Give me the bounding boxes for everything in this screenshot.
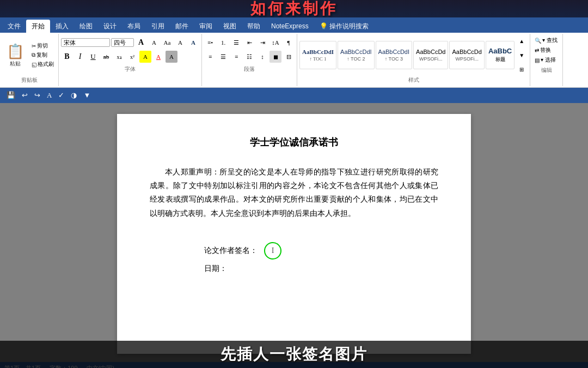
date-label: 日期： <box>204 264 227 274</box>
superscript-btn[interactable]: x² <box>126 51 138 63</box>
tab-mail[interactable]: 邮件 <box>170 20 194 33</box>
edit-group: 🔍 ▾ 查找 ⇄ 替换 ▤ ▾ 选择 编辑 <box>530 34 563 86</box>
style-toc3[interactable]: AaBbCcDdI ↑ TOC 3 <box>376 41 412 69</box>
subscript-btn[interactable]: x₂ <box>113 51 125 63</box>
paste-icon: 📋 <box>7 43 24 60</box>
qa-check-btn[interactable]: ✓ <box>56 90 66 101</box>
qa-view-btn[interactable]: ◑ <box>69 90 79 101</box>
font-size-select[interactable] <box>111 38 134 47</box>
align-left-btn[interactable]: ≡ <box>204 51 216 63</box>
show-marks-btn[interactable]: ¶ <box>283 37 295 49</box>
replace-btn[interactable]: ⇄ 替换 <box>532 46 560 55</box>
qa-redo-btn[interactable]: ↪ <box>32 90 42 101</box>
document-body[interactable]: 本人郑重声明：所呈交的论文是本人在导师的指导下独立进行研究所取得的研究成果。除了… <box>150 165 438 220</box>
qa-spell-btn[interactable]: A <box>45 90 54 101</box>
increase-indent-btn[interactable]: ⇥ <box>256 37 268 49</box>
bold-btn[interactable]: B <box>61 51 73 63</box>
video-title: 如何来制作 <box>250 0 338 17</box>
styles-more-btn[interactable]: ⊞ <box>516 63 528 75</box>
bullets-btn[interactable]: ≡• <box>204 37 216 49</box>
text-effect-btn[interactable]: A <box>187 37 199 49</box>
tab-noteexpress[interactable]: NoteExpress <box>266 20 314 33</box>
numbering-btn[interactable]: 1. <box>217 37 229 49</box>
style-aabbccddi-1[interactable]: AaBbCcDdI ↑ TOC 1 <box>299 41 336 69</box>
clear-format-btn[interactable]: A <box>174 37 186 49</box>
styles-scroll-btns: ▲ ▼ ⊞ <box>516 35 528 75</box>
font-color-btn[interactable]: A <box>152 51 164 63</box>
tab-design[interactable]: 设计 <box>98 20 122 33</box>
highlight-btn[interactable]: A <box>139 51 151 63</box>
copy-icon: ⧉ <box>32 52 35 58</box>
border-btn[interactable]: ⊟ <box>283 51 295 63</box>
shading-btn[interactable]: A <box>166 51 177 63</box>
font-name-select[interactable] <box>61 38 110 47</box>
quick-access-bar: 💾 ↩ ↪ A ✓ ◑ ▼ <box>0 88 588 103</box>
underline-btn[interactable]: U <box>87 51 99 63</box>
styles-down-btn[interactable]: ▼ <box>516 49 528 61</box>
font-row-bottom: B I U ab x₂ x² A A A <box>61 51 199 63</box>
paragraph-label: 段落 <box>204 64 295 74</box>
change-case-btn[interactable]: Aa <box>161 37 173 49</box>
style-heading[interactable]: AaBbC 标题 <box>486 41 514 69</box>
font-group: A A Aa A A B I U ab x₂ x² A A A <box>59 34 202 86</box>
lightbulb-icon: 💡 <box>320 22 328 30</box>
paste-button[interactable]: 📋 粘贴 <box>2 41 28 70</box>
copy-button[interactable]: ⧉ 复制 <box>29 51 56 59</box>
tab-ref[interactable]: 引用 <box>146 20 170 33</box>
tab-help[interactable]: 帮助 <box>242 20 266 33</box>
style-wpso2[interactable]: AaBbCcDd WPSOFi... <box>449 41 484 69</box>
clipboard-group: 📋 粘贴 ✂ 剪切 ⧉ 复制 ◱ 格式刷 <box>0 34 59 86</box>
style-toc2[interactable]: AaBbCcDdI ↑ TOC 2 <box>338 41 374 69</box>
signature-line: 论文作者签名： I <box>204 242 438 260</box>
tab-insert[interactable]: 插入 <box>50 20 74 33</box>
select-icon: ▤ <box>535 57 540 63</box>
style-wpso1[interactable]: AaBbCcDd WPSOFi... <box>413 41 448 69</box>
qa-save-btn[interactable]: 💾 <box>4 90 17 101</box>
replace-icon: ⇄ <box>535 47 539 53</box>
para-row1: ≡• 1. ☰ ⇤ ⇥ ↕A ¶ <box>204 37 295 49</box>
qa-more-btn[interactable]: ▼ <box>81 90 93 101</box>
multilevel-btn[interactable]: ☰ <box>230 37 242 49</box>
find-btn[interactable]: 🔍 ▾ 查找 <box>532 36 560 45</box>
decrease-indent-btn[interactable]: ⇤ <box>243 37 255 49</box>
find-icon: 🔍 <box>535 38 541 44</box>
cut-button[interactable]: ✂ 剪切 <box>29 41 56 50</box>
tab-search-tips[interactable]: 💡操作说明搜索 <box>314 20 374 33</box>
cut-icon: ✂ <box>32 43 36 49</box>
subtitle-text: 先插人一张签名图片 <box>220 344 367 365</box>
document-area: 学士学位诚信承诺书 本人郑重声明：所呈交的论文是本人在导师的指导下独立进行研究所… <box>0 103 588 362</box>
strikethrough-btn[interactable]: ab <box>100 51 112 63</box>
italic-btn[interactable]: I <box>74 51 86 63</box>
justify-btn[interactable]: ☷ <box>243 51 255 63</box>
subtitle-bar: 先插人一张签名图片 <box>0 341 588 368</box>
font-size-increase-btn[interactable]: A <box>135 37 147 49</box>
align-center-btn[interactable]: ☰ <box>217 51 229 63</box>
font-group-label: 字体 <box>61 64 199 74</box>
ribbon-toolbar: 📋 粘贴 ✂ 剪切 ⧉ 复制 ◱ 格式刷 <box>0 33 588 88</box>
format-brush-icon: ◱ <box>32 62 36 68</box>
tab-layout[interactable]: 布局 <box>122 20 146 33</box>
styles-group: AaBbCcDdI ↑ TOC 1 AaBbCcDdI ↑ TOC 2 AaBb… <box>297 34 530 86</box>
tab-draw[interactable]: 绘图 <box>74 20 98 33</box>
qa-undo-btn[interactable]: ↩ <box>20 90 30 101</box>
ribbon-tabs: 文件 开始 插入 绘图 设计 布局 引用 邮件 审阅 视图 帮助 NoteExp… <box>0 17 588 33</box>
line-spacing-btn[interactable]: ↕ <box>256 51 268 63</box>
edit-label: 编辑 <box>532 65 560 75</box>
document-title: 学士学位诚信承诺书 <box>150 136 438 149</box>
tab-review[interactable]: 审阅 <box>194 20 218 33</box>
cursor-indicator: I <box>264 242 281 260</box>
styles-label: 样式 <box>299 75 528 85</box>
tab-start[interactable]: 开始 <box>26 20 50 33</box>
document-page: 学士学位诚信承诺书 本人郑重声明：所呈交的论文是本人在导师的指导下独立进行研究所… <box>117 114 471 354</box>
align-right-btn[interactable]: ≡ <box>230 51 242 63</box>
para-color-btn[interactable]: ◼ <box>270 51 281 63</box>
styles-up-btn[interactable]: ▲ <box>516 35 528 47</box>
font-row-top: A A Aa A A <box>61 37 199 49</box>
tab-file[interactable]: 文件 <box>2 20 26 33</box>
tab-view[interactable]: 视图 <box>218 20 242 33</box>
font-size-decrease-btn[interactable]: A <box>148 37 160 49</box>
document-signature: 论文作者签名： I 日期： <box>150 242 438 274</box>
sort-btn[interactable]: ↕A <box>270 37 281 49</box>
format-brush-button[interactable]: ◱ 格式刷 <box>29 60 56 69</box>
select-btn[interactable]: ▤ ▾ 选择 <box>532 56 560 64</box>
